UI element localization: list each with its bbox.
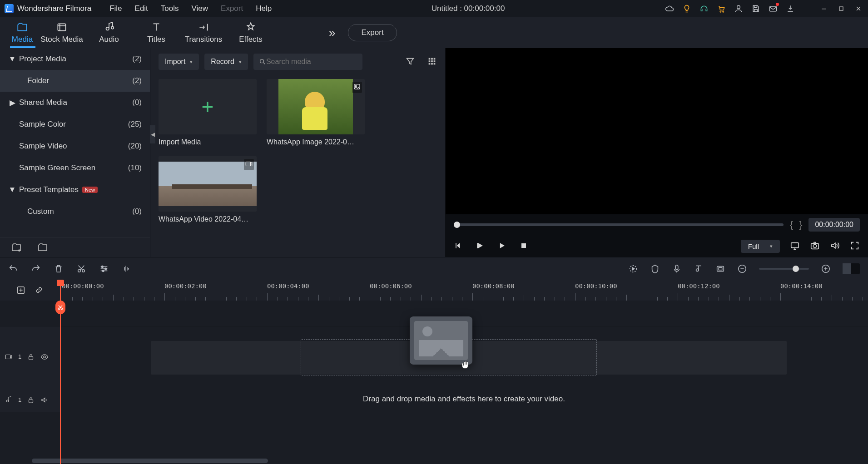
mark-out-button[interactable]: } [799,220,803,230]
scrub-slider[interactable] [454,223,784,226]
speaker-icon[interactable] [40,396,49,404]
step-back-button[interactable] [454,241,463,252]
menu-view[interactable]: View [192,4,208,13]
preview-scrub-bar: { } 00:00:00:00 [446,214,868,235]
zoom-out-icon[interactable] [737,264,747,274]
timeline-scroll-toggle[interactable] [843,263,860,274]
folder-icon[interactable] [37,242,48,253]
audio-track-body[interactable] [60,387,868,412]
lock-icon[interactable] [27,353,35,361]
chevron-down-icon: ▾ [770,243,773,249]
zoom-in-icon[interactable] [821,264,831,274]
display-icon[interactable] [790,241,800,252]
ribbon-more-icon[interactable]: » [329,26,335,40]
tab-media[interactable]: Media [6,21,38,44]
mail-icon[interactable] [768,4,778,14]
marker-icon[interactable] [650,264,660,274]
tab-stock-media[interactable]: Stock Media [38,21,85,44]
svg-rect-12 [431,60,433,62]
record-dropdown[interactable]: Record▾ [204,54,248,70]
tree-count: (0) [132,207,142,216]
tree-footer [0,237,150,257]
preview-quality-select[interactable]: Full ▾ [741,240,780,253]
search-icon [259,58,266,66]
cloud-icon[interactable] [665,4,675,14]
zoom-slider[interactable] [759,268,809,270]
audio-track-gutter: 1 [0,387,60,412]
audio-mixer-icon[interactable] [694,264,704,274]
svg-rect-15 [431,63,433,64]
menu-help[interactable]: Help [256,4,272,13]
preview-timecode[interactable]: 00:00:00:00 [808,218,860,232]
settings-sliders-icon[interactable] [99,264,109,274]
tree-custom[interactable]: Custom (0) [0,201,150,222]
timeline: 00:00:00:0000:00:02:0000:00:04:0000:00:0… [0,280,868,464]
tree-sample-color[interactable]: Sample Color (25) [0,114,150,135]
add-folder-icon[interactable] [11,242,22,253]
tree-sample-video[interactable]: Sample Video (20) [0,135,150,157]
snapshot-icon[interactable] [810,241,820,252]
voiceover-icon[interactable] [672,264,682,274]
svg-rect-41 [29,356,33,360]
preview-canvas[interactable] [446,48,868,214]
lock-icon[interactable] [27,396,35,404]
mark-in-button[interactable]: { [790,220,793,230]
delete-icon[interactable] [54,264,64,274]
fullscreen-icon[interactable] [850,241,860,252]
cart-icon[interactable] [716,4,726,14]
grid-view-icon[interactable] [427,56,437,68]
filter-icon[interactable] [405,56,415,68]
search-media-box[interactable] [253,54,362,70]
tab-titles[interactable]: Titles [133,21,180,44]
download-icon[interactable] [785,4,795,14]
add-track-icon[interactable] [16,285,26,295]
volume-icon[interactable] [830,241,840,252]
crop-icon[interactable] [715,264,725,274]
search-media-input[interactable] [266,58,357,66]
video-track-icon [5,353,13,361]
split-icon[interactable] [55,301,65,314]
playhead[interactable] [60,280,61,464]
media-thumb-video[interactable]: WhatsApp Video 2022-04… [159,156,257,223]
cut-icon[interactable] [76,264,86,274]
audio-track-icon [5,396,13,404]
tree-folder[interactable]: Folder (2) [0,70,150,92]
media-thumb-image[interactable]: WhatsApp Image 2022-0… [267,79,365,146]
audio-waveform-icon[interactable] [122,264,132,274]
headset-icon[interactable] [699,4,709,14]
svg-rect-11 [429,60,431,62]
tab-effects[interactable]: Effects [227,21,274,44]
collapse-sidebar-icon[interactable]: ◀ [150,125,155,143]
tree-preset-templates[interactable]: ▼ Preset Templates New [0,179,150,201]
play-pause-button[interactable] [476,241,485,252]
svg-point-25 [813,244,816,247]
import-media-tile[interactable]: + Import Media [159,79,257,146]
lightbulb-icon[interactable] [682,4,692,14]
tree-label: Shared Media [19,98,67,107]
tree-sample-green[interactable]: Sample Green Screen (10) [0,157,150,179]
link-icon[interactable] [34,285,44,295]
tab-audio[interactable]: Audio [85,21,133,44]
tree-shared-media[interactable]: ▶ Shared Media (0) [0,92,150,114]
timeline-ruler[interactable]: 00:00:00:0000:00:02:0000:00:04:0000:00:0… [60,280,868,301]
redo-icon[interactable] [31,264,41,274]
undo-icon[interactable] [8,264,18,274]
save-icon[interactable] [751,4,761,14]
tree-project-media[interactable]: ▼ Project Media (2) [0,48,150,70]
play-button[interactable] [497,241,506,252]
tab-transitions[interactable]: Transitions [180,21,227,44]
video-track-body[interactable]: Drag and drop media and effects here to … [60,326,868,387]
import-dropdown[interactable]: Import▾ [159,54,199,70]
menu-edit[interactable]: Edit [135,4,148,13]
menu-tools[interactable]: Tools [161,4,179,13]
export-button[interactable]: Export [348,24,397,41]
eye-icon[interactable] [40,353,49,361]
user-icon[interactable] [734,4,744,14]
menu-file[interactable]: File [109,4,122,13]
window-maximize-icon[interactable] [836,4,846,14]
window-minimize-icon[interactable] [819,4,829,14]
render-icon[interactable] [628,264,638,274]
timeline-scrollbar[interactable] [32,459,268,463]
window-close-icon[interactable] [853,4,863,14]
stop-button[interactable] [519,241,528,252]
